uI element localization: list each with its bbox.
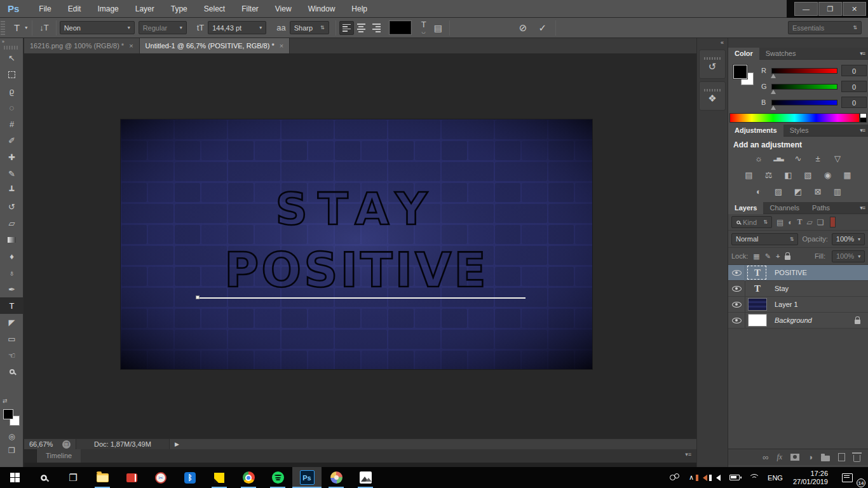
spot-healing-tool[interactable]: ✚ (0, 149, 24, 165)
panel-menu-icon[interactable]: ▾≡ (860, 127, 865, 133)
photoshop-button[interactable]: Ps (292, 467, 322, 488)
visibility-toggle[interactable] (728, 265, 745, 281)
layer-thumbnail[interactable] (745, 297, 770, 313)
color-lookup-icon[interactable]: ▦ (841, 170, 855, 181)
path-selection-tool[interactable]: ◤ (0, 314, 24, 330)
new-group-icon[interactable] (821, 454, 830, 461)
black-shortcut-swatch[interactable] (860, 118, 867, 123)
color-spectrum-ramp[interactable] (729, 113, 860, 123)
blue-slider[interactable] (771, 100, 837, 105)
layer-row-background[interactable]: Background (728, 313, 868, 329)
foreground-background-swatches[interactable] (3, 408, 21, 427)
layer-name[interactable]: Background (775, 316, 812, 324)
menu-file[interactable]: File (31, 0, 59, 18)
tab-layers[interactable]: Layers (728, 202, 763, 214)
delete-layer-icon[interactable] (853, 453, 860, 462)
restore-button[interactable]: ❐ (818, 2, 842, 16)
new-layer-icon[interactable] (838, 453, 845, 461)
snipping-app-button[interactable]: ✂ (146, 467, 175, 488)
layer-row-stay[interactable]: T Stay (728, 281, 868, 297)
lock-paint-icon[interactable]: ✎ (765, 252, 771, 261)
language-button[interactable]: ENG (763, 467, 787, 488)
action-center-button[interactable]: 14 (834, 467, 868, 488)
text-color-swatch[interactable] (390, 21, 411, 34)
clone-stamp-tool[interactable]: ┻ (0, 182, 24, 198)
lock-transparency-icon[interactable]: ▦ (753, 252, 759, 261)
selective-color-icon[interactable]: ⊠ (811, 186, 825, 198)
workspace-select[interactable]: Essentials⇅ (788, 21, 862, 34)
expand-panels-icon[interactable]: « (697, 38, 728, 47)
font-size-select[interactable]: 144,43 pt▾ (208, 21, 266, 34)
filter-smart-objects-icon[interactable]: ❏ (817, 218, 824, 227)
minimize-button[interactable]: — (794, 2, 818, 16)
menu-layer[interactable]: Layer (127, 0, 163, 18)
rect-marquee-tool[interactable] (0, 66, 24, 83)
status-options-arrow-icon[interactable]: ▶ (170, 441, 184, 447)
menu-edit[interactable]: Edit (60, 0, 90, 18)
filtering-toggle[interactable] (830, 217, 836, 227)
slider-thumb[interactable] (771, 74, 776, 78)
hue-saturation-icon[interactable]: ▤ (742, 170, 756, 181)
status-sync-icon[interactable]: ❐ (62, 440, 71, 449)
add-layer-mask-icon[interactable] (790, 454, 799, 461)
layer-thumbnail[interactable]: T (745, 281, 770, 297)
move-tool[interactable]: ↖ (0, 50, 24, 66)
sticky-notes-button[interactable] (205, 467, 234, 488)
tab-styles[interactable]: Styles (783, 125, 815, 137)
shape-tool[interactable]: ▭ (0, 330, 24, 347)
network-button[interactable] (744, 467, 763, 488)
bluetooth-button[interactable]: ᛒ (175, 467, 205, 488)
close-tab-icon[interactable]: × (280, 42, 283, 50)
lock-move-icon[interactable]: + (776, 252, 780, 260)
quick-selection-tool[interactable]: ◌ (0, 99, 24, 116)
curves-icon[interactable]: ∿ (791, 153, 805, 165)
green-value[interactable]: 0 (841, 81, 867, 92)
3d-panel-button[interactable]: ❖ (699, 81, 726, 111)
posterize-icon[interactable]: ▨ (771, 186, 785, 198)
panel-menu-icon[interactable]: ▾≡ (860, 205, 865, 211)
canvas[interactable]: STAY POSITIVE (121, 119, 592, 369)
tab-paths[interactable]: Paths (806, 202, 836, 214)
crop-tool[interactable]: # (0, 116, 24, 132)
foreground-color-swatch[interactable] (733, 65, 747, 79)
blend-mode-select[interactable]: Normal⇅ (731, 233, 798, 245)
toggle-panels-icon[interactable]: ▤ (430, 23, 446, 33)
tool-preset-caret-icon[interactable]: ▾ (24, 25, 29, 30)
history-panel-button[interactable]: ↺ (699, 50, 726, 79)
filter-type-layers-icon[interactable]: T (797, 217, 803, 227)
quick-mask-icon[interactable]: ◎ (0, 432, 24, 441)
filter-shape-layers-icon[interactable]: ▱ (807, 218, 813, 227)
menu-image[interactable]: Image (89, 0, 126, 18)
visibility-toggle[interactable] (728, 313, 745, 329)
timeline-tab[interactable]: Timeline (37, 449, 81, 463)
warp-text-icon[interactable]: T◡ (417, 22, 430, 34)
filter-kind-select[interactable]: Kind ⇅ (731, 216, 772, 228)
menu-filter[interactable]: Filter (233, 0, 267, 18)
cancel-edit-button[interactable]: ⊘ (513, 22, 533, 34)
volume-button[interactable] (712, 467, 725, 488)
brush-tool[interactable]: ✎ (0, 165, 24, 182)
dodge-tool[interactable]: ♁ (0, 264, 24, 281)
exposure-icon[interactable]: ± (811, 153, 825, 165)
visibility-toggle[interactable] (728, 297, 745, 313)
black-white-icon[interactable]: ◧ (782, 170, 796, 181)
green-slider[interactable] (771, 84, 837, 90)
document-tab-untitled1[interactable]: Untitled-1 @ 66,7% (POSITIVE, RGB/8) *× (140, 38, 290, 53)
text-baseline-handle[interactable] (196, 295, 200, 299)
red-slider[interactable] (771, 68, 837, 74)
gradient-tool[interactable] (0, 231, 24, 248)
hand-tool[interactable]: ☜ (0, 347, 24, 363)
red-value[interactable]: 0 (841, 65, 867, 76)
layer-thumbnail[interactable]: T (745, 265, 770, 281)
tab-swatches[interactable]: Swatches (759, 48, 803, 60)
add-adjustment-layer-icon[interactable]: ◑ (808, 452, 813, 462)
photo-filter-icon[interactable]: ▧ (801, 170, 815, 181)
swap-colors-icon[interactable]: ⇄ (3, 398, 8, 404)
eraser-tool[interactable]: ▱ (0, 215, 24, 231)
file-explorer-button[interactable] (88, 467, 117, 488)
history-brush-tool[interactable]: ↺ (0, 198, 24, 215)
layer-row-layer1[interactable]: Layer 1 (728, 297, 868, 313)
blur-tool[interactable]: ♦ (0, 248, 24, 264)
menu-type[interactable]: Type (163, 0, 196, 18)
lasso-tool[interactable]: ϱ (0, 83, 24, 99)
